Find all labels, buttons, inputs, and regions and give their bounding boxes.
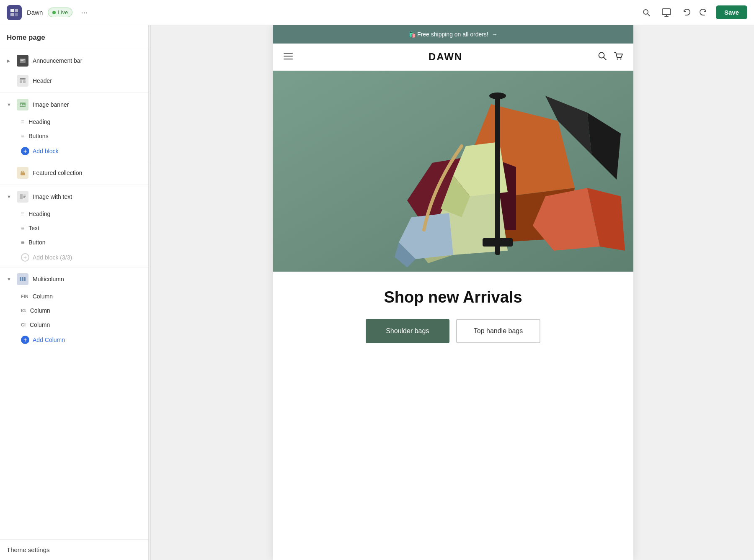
- desktop-icon[interactable]: [659, 5, 674, 20]
- plus-circle-icon-2: +: [21, 336, 29, 344]
- sidebar-subitem-column-3[interactable]: CI Column: [0, 318, 148, 332]
- chevron-right-icon: ▶: [7, 58, 13, 64]
- sidebar-page-title: Home page: [0, 25, 148, 47]
- sidebar-content: ▶ Announcement bar ▶: [0, 47, 148, 539]
- heading-2-label: Heading: [28, 211, 50, 217]
- shop-section: Shop new Arrivals Shoulder bags Top hand…: [273, 272, 633, 356]
- search-icon[interactable]: [639, 5, 654, 20]
- sidebar-subitem-text[interactable]: ≡ Text: [0, 221, 148, 235]
- chevron-down-icon-2: ▼: [7, 194, 13, 199]
- add-column-label: Add Column: [33, 337, 65, 343]
- sidebar-subitem-button[interactable]: ≡ Button: [0, 235, 148, 249]
- announcement-bar-preview: 🛍️ Free shipping on all orders! →: [273, 25, 633, 44]
- image-banner-label: Image banner: [33, 101, 69, 108]
- svg-rect-14: [23, 80, 26, 83]
- announcement-text: 🛍️ Free shipping on all orders!: [408, 31, 488, 38]
- shop-title: Shop new Arrivals: [283, 288, 623, 306]
- multicolumn-icon: [17, 273, 28, 285]
- svg-rect-50: [483, 238, 513, 247]
- preview-frame: 🛍️ Free shipping on all orders! → DAWN: [273, 25, 633, 560]
- hero-image-preview: [273, 71, 633, 272]
- sidebar-item-image-with-text[interactable]: ▼ Image with text: [0, 187, 148, 207]
- svg-rect-22: [20, 277, 21, 281]
- divider-4: [0, 267, 148, 267]
- featured-collection-label: Featured collection: [33, 170, 82, 176]
- store-header-icons: [598, 51, 623, 63]
- svg-line-5: [647, 13, 650, 16]
- chevron-down-icon: ▼: [7, 102, 13, 107]
- sidebar-item-multicolumn[interactable]: ▼ Multicolumn: [0, 269, 148, 289]
- lines-icon-2: ≡: [21, 133, 24, 139]
- resize-handle[interactable]: [149, 25, 152, 560]
- column-2-label: Column: [30, 307, 50, 314]
- store-header-preview: DAWN: [273, 44, 633, 71]
- live-badge[interactable]: Live: [48, 8, 72, 17]
- lines-icon-1: ≡: [21, 118, 24, 125]
- announcement-bar-icon: [17, 55, 28, 67]
- topbar-right: Save: [639, 5, 747, 20]
- svg-rect-2: [10, 13, 14, 16]
- lines-icon-3: ≡: [21, 211, 24, 217]
- sidebar-subitem-buttons[interactable]: ≡ Buttons: [0, 129, 148, 143]
- ig-icon: IG: [21, 308, 26, 313]
- add-column-button[interactable]: + Add Column: [0, 332, 148, 348]
- sidebar-subitem-heading-1[interactable]: ≡ Heading: [0, 115, 148, 129]
- live-label: Live: [58, 9, 68, 15]
- shop-buttons: Shoulder bags Top handle bags: [283, 319, 623, 343]
- spacer: ▶: [7, 78, 13, 84]
- button-label: Button: [28, 239, 45, 246]
- lines-icon-4: ≡: [21, 225, 24, 231]
- sidebar-subitem-column-2[interactable]: IG Column: [0, 303, 148, 318]
- main-layout: Home page ▶ Announcement bar ▶: [0, 25, 754, 560]
- shoulder-bags-button[interactable]: Shoulder bags: [366, 319, 449, 343]
- sidebar-subitem-heading-2[interactable]: ≡ Heading: [0, 207, 148, 221]
- theme-settings[interactable]: Theme settings: [0, 539, 148, 560]
- svg-rect-12: [20, 78, 26, 80]
- divider: [0, 92, 148, 93]
- site-name: Dawn: [27, 9, 43, 16]
- store-name: DAWN: [429, 51, 462, 63]
- image-with-text-icon: [17, 191, 28, 203]
- sidebar-item-featured-collection[interactable]: ▶ Featured collection: [0, 163, 148, 183]
- more-menu[interactable]: ···: [77, 6, 91, 19]
- undo-redo-group: [679, 5, 711, 20]
- svg-rect-0: [10, 9, 14, 12]
- announcement-arrow: →: [492, 31, 498, 38]
- announcement-bar-label: Announcement bar: [33, 57, 82, 64]
- add-block-label-1: Add block: [33, 148, 58, 154]
- svg-rect-15: [20, 103, 26, 107]
- svg-rect-1: [15, 9, 18, 12]
- divider-3: [0, 185, 148, 185]
- svg-rect-24: [24, 277, 26, 281]
- store-cart-icon[interactable]: [614, 51, 623, 63]
- svg-point-49: [489, 92, 506, 99]
- sidebar-item-announcement-bar[interactable]: ▶ Announcement bar: [0, 51, 148, 71]
- header-icon: [17, 75, 28, 87]
- hamburger-icon[interactable]: [283, 52, 293, 62]
- column-1-label: Column: [33, 293, 53, 300]
- header-label: Header: [33, 77, 52, 84]
- buttons-label: Buttons: [28, 133, 48, 139]
- svg-rect-17: [21, 172, 25, 175]
- sidebar-subitem-column-1[interactable]: FIN Column: [0, 289, 148, 303]
- sidebar-item-header[interactable]: ▶ Header: [0, 71, 148, 91]
- add-block-button-1[interactable]: + Add block: [0, 143, 148, 159]
- svg-point-31: [620, 58, 622, 59]
- topbar-left: Dawn Live ···: [7, 5, 91, 20]
- multicolumn-label: Multicolumn: [33, 276, 64, 283]
- app-icon: [7, 5, 22, 20]
- sidebar-item-image-banner[interactable]: ▼ Image banner: [0, 95, 148, 115]
- image-banner-icon: [17, 99, 28, 110]
- add-block-disabled-label: Add block (3/3): [33, 254, 72, 261]
- undo-button[interactable]: [679, 5, 694, 20]
- spacer-2: ▶: [7, 170, 13, 176]
- svg-rect-48: [495, 96, 500, 255]
- heading-1-label: Heading: [28, 118, 50, 125]
- add-block-disabled: + Add block (3/3): [0, 249, 148, 265]
- save-button[interactable]: Save: [716, 5, 747, 19]
- store-search-icon[interactable]: [598, 51, 607, 63]
- plus-circle-disabled-icon: +: [21, 253, 29, 262]
- redo-button[interactable]: [696, 5, 711, 20]
- top-handle-bags-button[interactable]: Top handle bags: [456, 319, 540, 343]
- fin-icon: FIN: [21, 294, 28, 299]
